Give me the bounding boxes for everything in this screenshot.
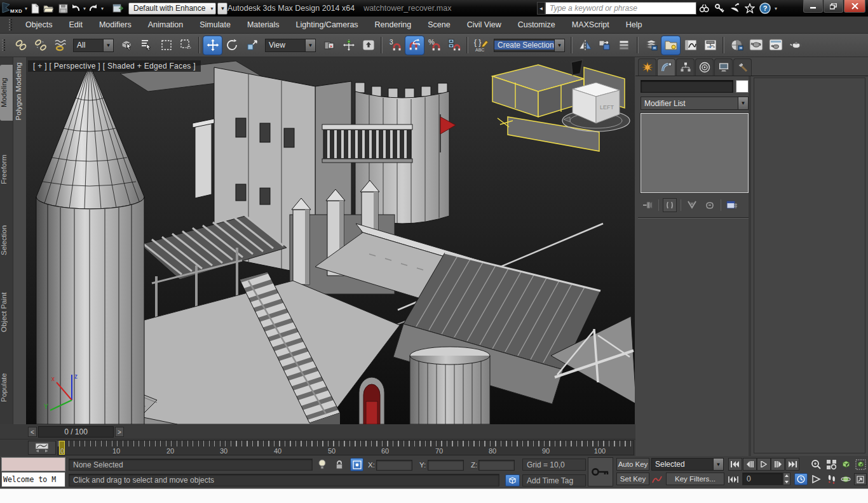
- menu-edit[interactable]: Edit: [60, 17, 91, 34]
- manage-layers-button[interactable]: [615, 36, 634, 55]
- selection-lock-toggle[interactable]: [334, 459, 345, 471]
- ribbon-panel-strip[interactable]: Polygon Modeling: [13, 57, 26, 455]
- auto-key-button[interactable]: Auto Key: [616, 458, 649, 471]
- zoom-extents-all-button[interactable]: [854, 458, 867, 471]
- panel-scrollbar[interactable]: [749, 76, 751, 456]
- undo-dropdown-arrow[interactable]: ▾: [81, 6, 88, 11]
- select-and-rotate-button[interactable]: [223, 36, 241, 55]
- maxscript-macro-recorder[interactable]: [1, 457, 65, 471]
- workspace-switcher-button[interactable]: [111, 1, 125, 15]
- modifier-list-dropdown[interactable]: Modifier List ▼: [641, 97, 749, 110]
- maxscript-mini-listener[interactable]: Welcome to M: [1, 472, 65, 487]
- workspace-dropdown[interactable]: Default with Enhance ▾: [128, 3, 216, 15]
- select-and-scale-button[interactable]: [243, 36, 261, 55]
- menu-rendering[interactable]: Rendering: [367, 17, 420, 34]
- go-to-start-button[interactable]: [728, 458, 742, 471]
- search-input[interactable]: [545, 2, 696, 15]
- walk-through-button[interactable]: [825, 473, 838, 485]
- menu-modifiers[interactable]: Modifiers: [91, 17, 140, 34]
- bind-to-space-warp-button[interactable]: [51, 36, 69, 55]
- edit-named-selection-sets-button[interactable]: { }ABC: [471, 36, 490, 55]
- previous-frame-button[interactable]: [743, 458, 757, 471]
- z-coordinate-field[interactable]: [478, 460, 515, 471]
- object-color-swatch[interactable]: [736, 80, 749, 93]
- help-dropdown-arrow[interactable]: ▾: [773, 6, 779, 11]
- curve-editor-button[interactable]: [681, 36, 700, 55]
- spinner-snap-toggle-button[interactable]: [445, 36, 463, 55]
- zoom-extents-button[interactable]: [839, 458, 853, 471]
- default-in-out-tangents-button[interactable]: [651, 473, 663, 485]
- remove-modifier-button[interactable]: [703, 198, 717, 212]
- next-frame-small-button[interactable]: >: [115, 427, 124, 437]
- menu-customize[interactable]: Customize: [510, 17, 564, 34]
- selection-filter-dropdown[interactable]: All ▼: [73, 39, 114, 52]
- favorites-button[interactable]: [742, 1, 757, 15]
- tab-display[interactable]: [714, 58, 733, 76]
- percent-snap-toggle-button[interactable]: %: [425, 36, 444, 55]
- isolate-selection-button[interactable]: [316, 459, 328, 471]
- frame-counter[interactable]: 0 / 100: [38, 426, 114, 438]
- viewport-label[interactable]: [ + ] [ Perspective ] [ Shaded + Edged F…: [28, 60, 201, 72]
- pan-view-button[interactable]: [810, 473, 823, 485]
- pin-stack-button[interactable]: [641, 198, 654, 212]
- redo-button[interactable]: [88, 1, 99, 15]
- mirror-button[interactable]: [576, 36, 594, 55]
- frame-spinner[interactable]: [783, 473, 790, 485]
- menu-objects[interactable]: Objects: [17, 17, 60, 34]
- angle-snap-toggle-button[interactable]: [405, 36, 424, 55]
- material-editor-button[interactable]: [728, 36, 746, 55]
- ribbon-tab-populate[interactable]: Populate: [0, 361, 13, 414]
- new-file-button[interactable]: [28, 1, 42, 15]
- menu-grip[interactable]: [9, 19, 12, 30]
- align-button[interactable]: [595, 36, 614, 55]
- tab-modify[interactable]: [657, 58, 675, 76]
- quick-access-overflow-button[interactable]: ▼: [217, 3, 227, 15]
- unlink-selection-button[interactable]: [31, 36, 50, 55]
- ribbon-tab-freeform[interactable]: Freeform: [0, 145, 13, 194]
- select-and-link-button[interactable]: [11, 36, 30, 55]
- close-button[interactable]: [844, 0, 865, 13]
- redo-dropdown-arrow[interactable]: ▾: [99, 6, 105, 11]
- toolbar-grip[interactable]: [2, 39, 5, 51]
- rendered-frame-window-button[interactable]: [767, 36, 785, 55]
- menu-civil-view[interactable]: Civil View: [459, 17, 510, 34]
- current-frame-field[interactable]: 0: [742, 473, 783, 485]
- adaptive-degradation-toggle[interactable]: [505, 474, 520, 486]
- graphite-modeling-tools-button[interactable]: [642, 36, 660, 55]
- select-and-manipulate-button[interactable]: [339, 36, 358, 55]
- menu-help[interactable]: Help: [618, 17, 651, 34]
- toggle-ribbon-button[interactable]: [661, 36, 680, 55]
- menu-maxscript[interactable]: MAXScript: [564, 17, 618, 34]
- select-by-name-button[interactable]: [137, 36, 156, 55]
- x-coordinate-field[interactable]: [376, 460, 412, 471]
- key-filters-button[interactable]: Key Filters...: [666, 473, 724, 485]
- viewport-canvas[interactable]: LEFT z x Y: [26, 57, 635, 424]
- configure-modifier-sets-button[interactable]: [725, 198, 739, 212]
- snaps-toggle-button[interactable]: 3: [386, 36, 404, 55]
- keyboard-shortcut-override-button[interactable]: [359, 36, 377, 55]
- add-time-tag[interactable]: Add Time Tag: [522, 474, 586, 486]
- help-button[interactable]: ?: [757, 1, 773, 15]
- play-animation-button[interactable]: [757, 458, 771, 471]
- set-key-button[interactable]: Set Key: [616, 473, 649, 485]
- zoom-all-button[interactable]: [824, 458, 838, 471]
- y-coordinate-field[interactable]: [428, 460, 464, 471]
- open-file-button[interactable]: [42, 1, 56, 15]
- select-object-button[interactable]: [118, 36, 136, 55]
- show-end-result-button[interactable]: [663, 198, 677, 212]
- use-pivot-point-center-button[interactable]: [320, 36, 338, 55]
- logo-flyout-arrow[interactable]: ▾: [23, 6, 29, 11]
- undo-button[interactable]: [70, 1, 81, 15]
- ribbon-tab-modeling[interactable]: Modeling: [0, 65, 13, 121]
- time-ruler[interactable]: 0 10 20 30 40 50 60 70 80 90 100: [57, 440, 634, 455]
- menu-materials[interactable]: Materials: [239, 17, 288, 34]
- go-to-end-button[interactable]: [785, 458, 799, 471]
- modifier-stack[interactable]: [641, 113, 749, 193]
- orbit-button[interactable]: [839, 473, 852, 485]
- selection-status-field[interactable]: None Selected: [69, 459, 313, 471]
- sign-in-button[interactable]: [712, 1, 727, 15]
- ribbon-tab-object-paint[interactable]: Object Paint: [0, 281, 13, 344]
- window-crossing-toggle-button[interactable]: [177, 36, 195, 55]
- maximize-viewport-toggle[interactable]: [854, 473, 867, 485]
- viewcube[interactable]: LEFT: [562, 83, 630, 131]
